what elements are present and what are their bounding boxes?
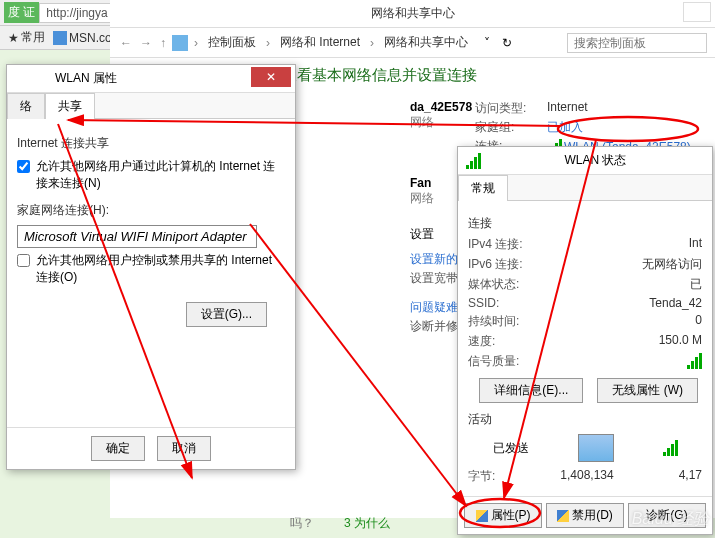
ipv6-label: IPv6 连接:: [468, 256, 523, 273]
tab-general[interactable]: 常规: [458, 175, 508, 201]
properties-button[interactable]: 属性(P): [464, 503, 542, 528]
media-label: 媒体状态:: [468, 276, 519, 293]
minimize-button[interactable]: [683, 2, 711, 22]
ipv6-value: 无网络访问: [642, 256, 702, 273]
signal-bars-icon: [687, 353, 702, 369]
details-button[interactable]: 详细信息(E)...: [479, 378, 583, 403]
ssid-label: SSID:: [468, 296, 499, 310]
refresh-icon[interactable]: ↻: [502, 36, 512, 50]
ok-button[interactable]: 确定: [91, 436, 145, 461]
duration-label: 持续时间:: [468, 313, 519, 330]
wlan-properties-dialog: WLAN 属性 ✕ 络 共享 Internet 连接共享 允许其他网络用户通过此…: [6, 64, 296, 470]
chevron-down-icon[interactable]: ˅: [484, 36, 490, 50]
wireless-properties-button[interactable]: 无线属性 (W): [597, 378, 698, 403]
allow-share-label: 允许其他网络用户通过此计算机的 Internet 连接来连接(N): [36, 158, 285, 192]
media-value: 已: [690, 276, 702, 293]
recv-signal-icon: [663, 440, 678, 456]
cert-badge: 度 证: [4, 2, 39, 23]
network-type-label: 网络: [410, 114, 472, 131]
breadcrumb: ← → ↑ › 控制面板 › 网络和 Internet › 网络和共享中心 ˅ …: [110, 28, 715, 58]
disable-button[interactable]: 禁用(D): [546, 503, 624, 528]
back-icon[interactable]: ←: [118, 36, 134, 50]
duration-value: 0: [695, 313, 702, 330]
bookmarks-label: ★ 常用: [8, 29, 45, 46]
ics-group-label: Internet 连接共享: [17, 135, 285, 152]
shield-icon: [557, 510, 569, 522]
window-title: 网络和共享中心: [371, 5, 455, 22]
bytes-recv-value: 4,17: [679, 468, 702, 485]
forward-icon[interactable]: →: [138, 36, 154, 50]
cancel-button[interactable]: 取消: [157, 436, 211, 461]
tab-strip: 络 共享: [7, 93, 295, 119]
adapter-combo[interactable]: Microsoft Virtual WIFI Miniport Adapter: [17, 225, 257, 248]
footer-q2: 3 为什么: [344, 515, 390, 532]
homegroup-label: 家庭组:: [475, 119, 535, 136]
access-type-label: 访问类型:: [475, 100, 535, 117]
sent-label: 已发送: [493, 440, 529, 457]
ipv4-label: IPv4 连接:: [468, 236, 523, 253]
bookmark-msn[interactable]: MSN.co: [53, 31, 112, 45]
search-input[interactable]: [567, 33, 707, 53]
bc-control-panel[interactable]: 控制面板: [204, 32, 260, 53]
footer-text: 吗？ 3 为什么: [290, 515, 390, 532]
close-button[interactable]: ✕: [251, 67, 291, 87]
bc-sharing-center[interactable]: 网络和共享中心: [380, 32, 472, 53]
status-title-bar: WLAN 状态: [458, 147, 712, 175]
tab-network[interactable]: 络: [7, 93, 45, 119]
speed-label: 速度:: [468, 333, 495, 350]
fan-label: Fan: [410, 176, 434, 190]
bytes-label: 字节:: [468, 468, 495, 485]
window-title-bar: 网络和共享中心: [110, 0, 715, 28]
settings-button[interactable]: 设置(G)...: [186, 302, 267, 327]
network-name: da_42E578: [410, 100, 472, 114]
page-heading: 查看基本网络信息并设置连接: [270, 58, 715, 93]
dialog-title: WLAN 属性: [55, 70, 117, 87]
allow-control-label: 允许其他网络用户控制或禁用共享的 Internet 连接(O): [36, 252, 285, 286]
wlan-status-dialog: WLAN 状态 常规 连接 IPv4 连接:Int IPv6 连接:无网络访问 …: [457, 146, 713, 535]
shield-icon: [476, 510, 488, 522]
activity-icon: [578, 434, 614, 462]
allow-share-checkbox[interactable]: [17, 160, 30, 173]
signal-icon: [466, 153, 481, 169]
ipv4-value: Int: [689, 236, 702, 253]
footer-q1: 吗？: [290, 515, 314, 532]
watermark: Baidu 经验: [632, 509, 709, 530]
status-title: WLAN 状态: [487, 152, 704, 169]
msn-icon: [53, 31, 67, 45]
ssid-value: Tenda_42: [649, 296, 702, 310]
access-type-value: Internet: [547, 100, 588, 117]
dialog-title-bar: WLAN 属性 ✕: [7, 65, 295, 93]
connection-section-label: 连接: [468, 215, 702, 232]
up-icon[interactable]: ↑: [158, 36, 168, 50]
fan-network-label: 网络: [410, 190, 434, 207]
home-conn-label: 家庭网络连接(H):: [17, 202, 285, 219]
bc-network-internet[interactable]: 网络和 Internet: [276, 32, 364, 53]
speed-value: 150.0 M: [659, 333, 702, 350]
homegroup-link[interactable]: 已加入: [547, 119, 583, 136]
allow-control-checkbox[interactable]: [17, 254, 30, 267]
tab-sharing[interactable]: 共享: [45, 93, 95, 119]
signal-label: 信号质量:: [468, 353, 519, 370]
control-panel-icon: [172, 35, 188, 51]
activity-section-label: 活动: [468, 411, 702, 428]
bytes-sent-value: 1,408,134: [560, 468, 613, 485]
